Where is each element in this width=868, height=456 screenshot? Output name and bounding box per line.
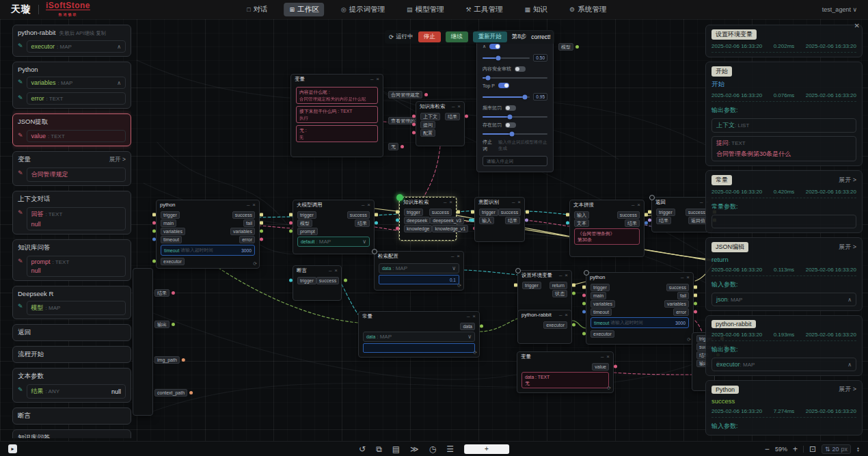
node-badge[interactable]: JSON编辑 xyxy=(711,242,748,252)
port-dot[interactable] xyxy=(412,131,416,135)
param-field[interactable]: 提问 : TEXT合同管理条例第30条是什么 xyxy=(711,136,856,161)
output-port[interactable]: success xyxy=(232,211,255,219)
minimize-icon[interactable]: – xyxy=(362,202,364,208)
output-port[interactable]: context_path xyxy=(154,389,193,397)
expand-link[interactable]: 展开 > xyxy=(839,385,856,394)
close-icon[interactable]: × xyxy=(565,273,568,278)
port-dot[interactable] xyxy=(694,286,697,289)
output-port[interactable]: 结果 xyxy=(154,289,175,297)
input-port[interactable]: trigger xyxy=(161,211,180,219)
menu-item-model[interactable]: ▤模型管理 xyxy=(401,3,450,16)
port-dot[interactable] xyxy=(480,325,483,328)
slider[interactable] xyxy=(483,77,547,79)
sidebar-node-card[interactable]: python-rabbit失败后 API继续 复制✎executor: MAP∧ xyxy=(12,25,131,57)
sidebar-node-card[interactable]: 流程开始 xyxy=(12,346,131,363)
minimize-icon[interactable]: – xyxy=(559,312,562,318)
port-dot[interactable] xyxy=(396,211,399,214)
breakpoint-ring[interactable] xyxy=(584,270,589,276)
port-dot[interactable] xyxy=(401,145,404,148)
port-dot[interactable] xyxy=(471,219,474,222)
param-field[interactable]: value: TEXT xyxy=(27,130,126,142)
port-dot[interactable] xyxy=(172,323,175,326)
history-icon[interactable]: ◷ xyxy=(429,445,436,453)
port-dot[interactable] xyxy=(694,310,697,314)
minimize-icon[interactable]: – xyxy=(632,202,634,208)
output-port[interactable]: success xyxy=(429,209,452,216)
port-dot[interactable] xyxy=(582,332,586,336)
input-port[interactable]: trigger xyxy=(297,211,316,219)
input-port[interactable]: timeout xyxy=(591,308,612,316)
port-dot[interactable] xyxy=(582,310,586,314)
port-dot[interactable] xyxy=(582,286,586,289)
port-dot[interactable] xyxy=(648,211,651,214)
stop-button[interactable]: 停止 xyxy=(418,31,441,42)
close-icon[interactable]: × xyxy=(367,202,370,208)
input-port[interactable]: executor xyxy=(161,258,185,265)
fit-view-icon[interactable]: ⊡ xyxy=(809,445,816,453)
port-dot[interactable] xyxy=(572,323,575,327)
port-dot[interactable] xyxy=(526,211,529,214)
close-icon[interactable]: × xyxy=(637,202,640,208)
port-dot[interactable] xyxy=(575,45,579,49)
port-dot[interactable] xyxy=(396,227,399,230)
toggle-switch[interactable] xyxy=(515,66,526,72)
node-field[interactable]: data : MAP∨ xyxy=(379,263,459,273)
node-field[interactable]: data : MAP∨ xyxy=(363,332,475,342)
input-port[interactable]: main xyxy=(591,292,606,299)
stop-words-input[interactable]: 请输入停止词 xyxy=(483,156,547,166)
slider[interactable] xyxy=(483,57,530,59)
close-icon[interactable]: × xyxy=(565,312,568,318)
input-port[interactable]: 输入 xyxy=(574,211,589,219)
node-var-top[interactable]: 变量–×合同管理规定查看管理的不太对无内容是什么呢 :合同管理规定相关的内容是什… xyxy=(290,74,383,157)
port-dot[interactable] xyxy=(375,222,378,225)
output-port[interactable]: success xyxy=(347,211,370,219)
sidebar-node-card[interactable]: 上下文对话✎回答: TEXTnull xyxy=(12,191,131,234)
param-field[interactable]: executor : MAP∧ xyxy=(711,358,856,371)
sidebar-node-card[interactable]: 变量展开 >✎合同管理规定 xyxy=(12,151,131,186)
input-port[interactable]: 提问 xyxy=(420,121,435,129)
file-icon[interactable]: ▤ xyxy=(392,445,400,453)
sidebar-node-card[interactable]: Deepseek R✎模型: MAP xyxy=(12,286,131,319)
menu-item-workspace[interactable]: ⊞工作区 xyxy=(284,3,325,16)
pink-field[interactable]: 内容是什么呢 :合同管理规定相关的内容是什么呢 xyxy=(296,87,378,104)
port-dot[interactable] xyxy=(152,213,156,217)
zoom-in-button[interactable]: + xyxy=(793,445,798,453)
minimize-icon[interactable]: – xyxy=(601,354,603,360)
port-dot[interactable] xyxy=(260,230,263,233)
sidebar-node-card[interactable]: 知识库问答✎prompt: TEXTnull xyxy=(12,429,131,438)
input-port[interactable]: 上下文 xyxy=(420,113,440,120)
node-subfield[interactable] xyxy=(363,343,475,353)
port-dot[interactable] xyxy=(182,358,185,362)
port-dot[interactable] xyxy=(465,115,468,118)
minimize-icon[interactable]: – xyxy=(467,314,470,319)
output-port[interactable]: success xyxy=(617,211,640,219)
output-port[interactable]: success xyxy=(498,209,521,216)
node-badge[interactable]: Python xyxy=(711,386,739,394)
pink-field[interactable]: 无 :无 xyxy=(296,125,378,142)
port-dot[interactable] xyxy=(289,213,293,217)
port-dot[interactable] xyxy=(694,294,697,297)
port-dot[interactable] xyxy=(260,238,263,241)
menu-item-system[interactable]: ⚙系统管理 xyxy=(564,3,612,16)
slider[interactable] xyxy=(483,133,547,135)
output-port[interactable]: knowledge_v1 xyxy=(432,225,468,232)
node-badge[interactable]: 设置环境变量 xyxy=(711,29,757,40)
output-port[interactable]: 无 xyxy=(388,143,404,150)
port-dot[interactable] xyxy=(582,302,586,306)
node-assert[interactable]: 断言–×triggersuccess xyxy=(293,265,342,301)
output-port[interactable]: success xyxy=(666,284,689,291)
node-field[interactable]: default : MAP∨ xyxy=(297,237,370,247)
node-field[interactable]: timeout请输入超时时间3000 xyxy=(161,245,255,256)
port-dot[interactable] xyxy=(648,219,651,222)
port-dot[interactable] xyxy=(152,260,156,263)
port-dot[interactable] xyxy=(514,284,517,287)
input-port[interactable]: knowledge xyxy=(404,225,432,232)
param-field[interactable]: error: TEXT xyxy=(27,92,126,105)
collapse-icon[interactable]: ∧ xyxy=(483,44,486,49)
port-dot[interactable] xyxy=(412,123,416,126)
output-port[interactable]: data xyxy=(460,323,475,330)
input-port[interactable]: trigger xyxy=(522,282,541,289)
minimize-icon[interactable]: – xyxy=(451,254,454,259)
minimize-icon[interactable]: – xyxy=(700,200,703,205)
minimize-icon[interactable]: – xyxy=(329,268,331,273)
